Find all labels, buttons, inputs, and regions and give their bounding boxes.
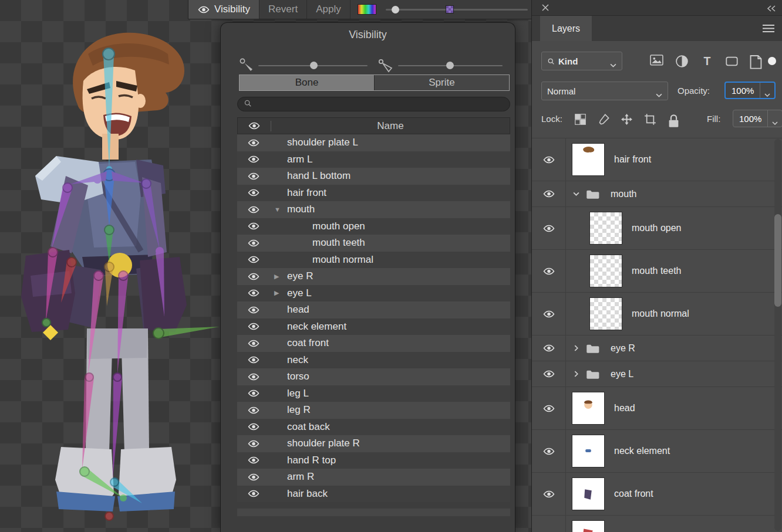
- group-collapse-chevron-icon[interactable]: [573, 191, 582, 197]
- layer-thumbnail[interactable]: [572, 477, 605, 510]
- eye-visibility-icon[interactable]: [237, 372, 270, 381]
- visibility-row[interactable]: mouth open: [237, 218, 510, 235]
- kind-filter-dropdown[interactable]: Kind: [541, 52, 622, 70]
- visibility-row[interactable]: mouth normal: [237, 252, 510, 269]
- eye-visibility-icon[interactable]: [237, 355, 270, 364]
- fill-value[interactable]: 100%: [733, 114, 767, 124]
- apply-button[interactable]: Apply: [307, 0, 350, 19]
- eye-visibility-icon[interactable]: [237, 239, 270, 248]
- visibility-row[interactable]: hair front: [237, 185, 510, 202]
- visibility-row[interactable]: mouth teeth: [237, 235, 510, 252]
- layer-row[interactable]: neck element: [532, 430, 782, 473]
- filter-adjustment-layers-icon[interactable]: [675, 55, 689, 67]
- layer-visibility-eye-icon[interactable]: [532, 207, 566, 249]
- layer-thumbnail[interactable]: [589, 297, 622, 330]
- lock-position-icon[interactable]: [621, 113, 633, 126]
- layer-name-label[interactable]: coat front: [614, 489, 653, 499]
- layer-row[interactable]: hair front: [532, 138, 782, 181]
- layer-name-label[interactable]: mouth open: [632, 223, 682, 233]
- layer-row[interactable]: coat front: [532, 473, 782, 516]
- eye-visibility-icon[interactable]: [237, 489, 270, 498]
- lock-all-icon[interactable]: [668, 113, 680, 126]
- group-expand-chevron-icon[interactable]: [573, 345, 582, 351]
- layer-visibility-eye-icon[interactable]: [532, 250, 566, 292]
- visibility-row[interactable]: shoulder plate R: [237, 435, 510, 452]
- layer-row[interactable]: mouth teeth: [532, 250, 782, 293]
- filter-type-layers-icon[interactable]: T: [700, 55, 714, 67]
- group-expand-chevron-icon[interactable]: [573, 371, 582, 377]
- layer-thumbnail[interactable]: [572, 520, 605, 532]
- layer-name-label[interactable]: mouth: [611, 189, 636, 199]
- chevron-down-icon[interactable]: [772, 117, 778, 120]
- layer-name-label[interactable]: eye L: [611, 369, 633, 379]
- lock-image-pixels-icon[interactable]: [598, 113, 610, 126]
- layer-name-label[interactable]: mouth teeth: [632, 266, 682, 276]
- eye-visibility-icon[interactable]: [237, 172, 270, 181]
- eye-visibility-icon[interactable]: [237, 155, 270, 164]
- visibility-row[interactable]: ▼mouth: [237, 201, 510, 218]
- eye-visibility-icon[interactable]: [237, 456, 270, 465]
- blend-mode-dropdown[interactable]: Normal: [541, 82, 668, 100]
- visibility-row[interactable]: hand R top: [237, 452, 510, 469]
- filter-toggle-icon[interactable]: [768, 57, 776, 65]
- visibility-row[interactable]: arm R: [237, 469, 510, 486]
- filter-smart-object-icon[interactable]: [749, 55, 763, 67]
- lock-transparent-pixels-icon[interactable]: [574, 113, 586, 126]
- filter-pixel-layers-icon[interactable]: [650, 55, 663, 67]
- eye-visibility-icon[interactable]: [237, 205, 270, 214]
- collapse-triangle-icon[interactable]: ▼: [274, 206, 287, 213]
- layer-visibility-eye-icon[interactable]: [532, 138, 566, 181]
- eye-visibility-icon[interactable]: [237, 188, 270, 197]
- visibility-row[interactable]: ▶eye L: [237, 285, 510, 302]
- layer-name-label[interactable]: hair front: [614, 154, 651, 165]
- eye-visibility-icon[interactable]: [237, 439, 270, 448]
- layer-thumbnail[interactable]: [589, 212, 622, 245]
- layers-scrollbar[interactable]: [774, 139, 781, 531]
- visibility-toggle-button[interactable]: Visibility: [188, 0, 259, 19]
- visibility-row[interactable]: leg L: [237, 385, 510, 402]
- layers-scrollbar-thumb[interactable]: [774, 214, 781, 307]
- layer-group-row[interactable]: eye R: [532, 336, 782, 361]
- layer-visibility-eye-icon[interactable]: [532, 336, 566, 361]
- eye-visibility-icon[interactable]: [237, 306, 270, 314]
- chevron-down-icon[interactable]: [764, 89, 770, 92]
- layer-visibility-eye-icon[interactable]: [532, 430, 566, 472]
- revert-button[interactable]: Revert: [259, 0, 307, 19]
- layer-thumbnail[interactable]: [572, 392, 605, 425]
- layer-visibility-eye-icon[interactable]: [532, 473, 566, 515]
- zoom-slider-track[interactable]: [386, 9, 528, 11]
- visibility-row[interactable]: hand L bottom: [237, 168, 510, 185]
- eye-visibility-icon[interactable]: [237, 272, 270, 281]
- visibility-row[interactable]: coat back: [237, 419, 510, 436]
- eye-visibility-icon[interactable]: [237, 255, 270, 264]
- layer-row[interactable]: head: [532, 387, 782, 430]
- layer-group-row[interactable]: eye L: [532, 361, 782, 387]
- layer-visibility-eye-icon[interactable]: [532, 293, 566, 335]
- layer-visibility-eye-icon[interactable]: [532, 516, 566, 532]
- eye-visibility-icon[interactable]: [237, 339, 270, 348]
- eye-visibility-icon[interactable]: [237, 289, 270, 297]
- bone-opacity-slider-knob[interactable]: [310, 62, 318, 69]
- layer-visibility-eye-icon[interactable]: [532, 387, 566, 429]
- panel-menu-icon[interactable]: [762, 24, 775, 33]
- opacity-value[interactable]: 100%: [726, 86, 760, 96]
- visibility-row[interactable]: hair back: [237, 486, 510, 503]
- expand-triangle-icon[interactable]: ▶: [274, 273, 287, 280]
- visibility-row[interactable]: ▶eye R: [237, 268, 510, 285]
- pattern-swatch-icon[interactable]: [446, 5, 454, 13]
- visibility-row[interactable]: neck element: [237, 318, 510, 336]
- zoom-slider-knob[interactable]: [392, 6, 399, 13]
- visibility-row[interactable]: arm L: [237, 151, 510, 168]
- visibility-row[interactable]: coat front: [237, 335, 510, 352]
- eye-visibility-icon[interactable]: [237, 422, 270, 431]
- visibility-row[interactable]: torso: [237, 368, 510, 385]
- tab-sprite[interactable]: Sprite: [374, 75, 509, 90]
- tab-bone[interactable]: Bone: [240, 75, 374, 90]
- layer-name-label[interactable]: neck element: [614, 446, 670, 456]
- visibility-row[interactable]: leg R: [237, 402, 510, 419]
- close-icon[interactable]: [541, 4, 550, 12]
- collapse-panel-icon[interactable]: [766, 4, 776, 12]
- filter-shape-layers-icon[interactable]: [725, 55, 739, 67]
- eye-visibility-icon[interactable]: [237, 138, 270, 147]
- search-box[interactable]: [237, 97, 510, 111]
